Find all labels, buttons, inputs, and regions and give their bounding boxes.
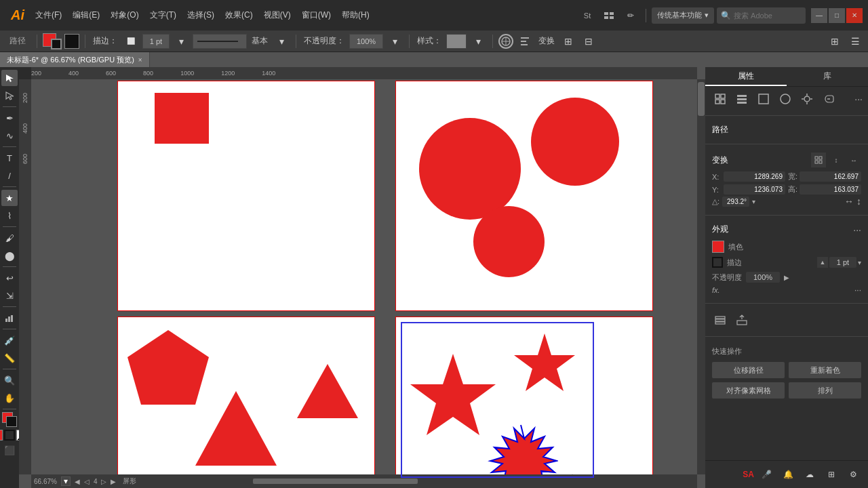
zoom-dropdown[interactable]: ▾ xyxy=(61,476,71,486)
scale-tool[interactable]: ⇲ xyxy=(1,287,18,304)
opacity-appearance-value[interactable]: 100% xyxy=(746,272,780,283)
panel-icon-circle[interactable] xyxy=(776,89,795,108)
selection-tool[interactable] xyxy=(1,70,18,86)
stroke-type-dropdown[interactable]: ▾ xyxy=(273,33,290,50)
stroke-width-input[interactable] xyxy=(142,34,170,49)
star-small[interactable] xyxy=(514,333,575,394)
recolor-button[interactable]: 重新着色 xyxy=(789,362,861,378)
triangle-small[interactable] xyxy=(297,364,358,418)
transform-icon[interactable]: ⊞ xyxy=(559,33,577,50)
stroke-color-swatch[interactable] xyxy=(64,34,79,49)
cloud-icon[interactable]: ☁ xyxy=(800,465,819,484)
paintbrush-tool[interactable]: 🖌 xyxy=(1,230,18,246)
flip-h-icon[interactable]: ↔ xyxy=(844,196,854,207)
library-tab[interactable]: 库 xyxy=(787,67,868,86)
pen-tool[interactable]: ✒ xyxy=(1,110,18,126)
grid-view-icon[interactable]: ⊞ xyxy=(826,33,844,50)
menu-object[interactable]: 对象(O) xyxy=(105,0,144,30)
shaper-tool[interactable]: ⌇ xyxy=(1,207,18,224)
appearance-more-button[interactable]: ··· xyxy=(853,224,861,235)
star-tool[interactable]: ★ xyxy=(1,190,18,206)
properties-tab[interactable]: 属性 xyxy=(705,67,787,86)
pencil-icon[interactable]: ✏ xyxy=(621,6,640,25)
transform-w-value[interactable]: 162.697 xyxy=(800,171,861,182)
type-tool[interactable]: T xyxy=(1,150,18,166)
bridge-icon[interactable]: St xyxy=(578,6,597,25)
angle-value[interactable]: 293.2° xyxy=(722,197,749,207)
grid-panel-icon[interactable]: ⊞ xyxy=(822,465,841,484)
prev-btn[interactable]: ◁ xyxy=(84,478,90,485)
circle-large-right[interactable] xyxy=(531,98,619,186)
align-icon[interactable] xyxy=(516,33,534,50)
panel-icon-square[interactable] xyxy=(754,89,773,108)
flip-v-icon[interactable]: ↕ xyxy=(856,196,861,207)
circle-small-bottom[interactable] xyxy=(473,206,545,277)
blob-brush-tool[interactable]: ⬤ xyxy=(1,247,18,264)
transform-icon-2[interactable]: ↕ xyxy=(829,152,844,167)
canvas-scroll[interactable]: 200 400 600 800 1000 1200 1400 200 400 6… xyxy=(19,67,705,488)
stroke-swatch[interactable] xyxy=(712,257,723,268)
vertical-scrollbar[interactable] xyxy=(697,79,705,474)
stroke-thickness-up[interactable]: ▲ xyxy=(817,257,828,268)
settings-panel-icon[interactable]: ⚙ xyxy=(844,465,863,484)
triangle-large[interactable] xyxy=(195,391,277,466)
menu-view[interactable]: 视图(V) xyxy=(258,0,296,30)
mic-icon[interactable]: 🎤 xyxy=(757,465,776,484)
next-btn[interactable]: ▷ xyxy=(101,478,106,485)
export-icon[interactable] xyxy=(732,310,751,329)
menu-edit[interactable]: 编辑(E) xyxy=(67,0,105,30)
color-swatches[interactable] xyxy=(2,412,17,427)
stroke-align-icon[interactable]: ⬜ xyxy=(122,33,140,50)
opacity-dropdown-btn[interactable]: ▶ xyxy=(784,274,789,281)
transform-icon-3[interactable]: ↔ xyxy=(846,152,861,167)
background-color[interactable] xyxy=(6,416,17,427)
close-button[interactable]: ✕ xyxy=(846,8,863,23)
zoom-tool[interactable]: 🔍 xyxy=(1,372,18,388)
stroke-width-stepper[interactable]: ▾ xyxy=(172,33,190,50)
maximize-button[interactable]: □ xyxy=(829,8,845,23)
menu-file[interactable]: 文件(F) xyxy=(30,0,67,30)
menu-window[interactable]: 窗口(W) xyxy=(296,0,336,30)
transform-h-value[interactable]: 163.037 xyxy=(800,184,861,195)
panel-icon-link[interactable] xyxy=(819,89,838,108)
eyedropper-tool[interactable]: 💉 xyxy=(1,332,18,348)
arrange-button[interactable]: 排列 xyxy=(789,382,861,399)
hscroll-track[interactable] xyxy=(143,479,692,484)
search-input[interactable] xyxy=(734,12,802,20)
artboard-tool[interactable]: ⬛ xyxy=(1,442,18,458)
fill-stroke-swatches[interactable] xyxy=(43,33,62,49)
reflect-tool[interactable]: ↩ xyxy=(1,270,18,286)
opacity-dropdown[interactable]: ▾ xyxy=(386,33,403,50)
panel-icon-sun[interactable] xyxy=(797,89,816,108)
direct-selection-tool[interactable] xyxy=(1,87,18,104)
circle-large-left[interactable] xyxy=(419,118,521,220)
fx-more-button[interactable]: ··· xyxy=(854,285,861,295)
transform-y-value[interactable]: 1236.073 xyxy=(724,184,785,195)
next-page-btn[interactable]: ▶ xyxy=(111,478,116,485)
stroke-style-preview[interactable] xyxy=(193,34,247,49)
arrange-icon[interactable]: ⊟ xyxy=(580,33,597,50)
align-pixel-button[interactable]: 对齐像素网格 xyxy=(712,382,785,399)
stroke-thickness-dropdown[interactable]: ▾ xyxy=(858,259,861,266)
offset-path-button[interactable]: 位移路径 xyxy=(712,362,785,378)
notification-icon[interactable]: 🔔 xyxy=(778,465,797,484)
measure-tool[interactable]: 📏 xyxy=(1,350,18,366)
panel-icon-2[interactable] xyxy=(732,89,751,108)
transform-x-value[interactable]: 1289.269 xyxy=(724,171,785,182)
panel-more-button[interactable]: ··· xyxy=(854,94,863,104)
stroke-thickness-value[interactable]: 1 pt xyxy=(829,257,856,268)
graph-tool[interactable] xyxy=(1,310,18,326)
minimize-button[interactable]: — xyxy=(811,8,827,23)
document-tab[interactable]: 未标题-6* @ 66.67% (RGB/GPU 预览) × xyxy=(0,52,150,67)
workspace-selector[interactable]: 传统基本功能 ▾ xyxy=(652,7,714,24)
line-tool[interactable]: / xyxy=(1,167,18,184)
opacity-input[interactable] xyxy=(349,34,383,49)
tab-close-button[interactable]: × xyxy=(138,56,142,64)
panel-toggle-icon[interactable]: ☰ xyxy=(846,33,864,50)
menu-select[interactable]: 选择(S) xyxy=(182,0,220,30)
angle-dropdown[interactable]: ▾ xyxy=(752,198,755,205)
red-rectangle[interactable] xyxy=(155,93,209,144)
globe-icon[interactable] xyxy=(498,34,513,49)
app-switcher-btn[interactable] xyxy=(599,6,618,25)
fill-color-swatch[interactable] xyxy=(712,241,724,253)
